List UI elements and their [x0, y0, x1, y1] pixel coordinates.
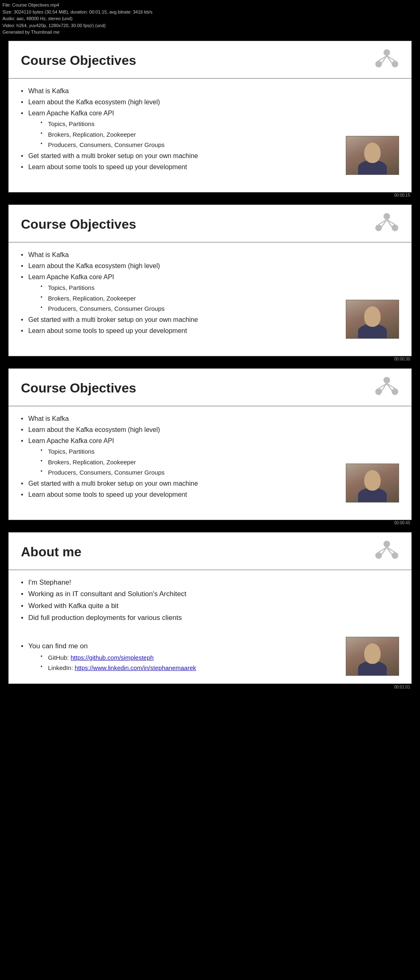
- bullet-ecosystem-3: Learn about the Kafka ecosystem (high le…: [21, 424, 399, 435]
- slide-container-1: Course Objectives What is Kafka Learn ab…: [0, 37, 420, 201]
- slide-4-header: About me: [9, 532, 411, 570]
- kafka-logo-svg-1: [374, 48, 399, 73]
- sub-topics-1: Topics, Partitions: [41, 119, 399, 129]
- speaker-thumbnail-1: [346, 136, 399, 175]
- slide-3-body: What is Kafka Learn about the Kafka ecos…: [9, 406, 411, 507]
- bullet-what-is-kafka-3: What is Kafka: [21, 413, 399, 424]
- timestamp-3: 00:00:45: [8, 520, 412, 526]
- slide-container-3: Course Objectives What is Kafka Learn ab…: [0, 365, 420, 529]
- sub-producers-1: Producers, Consumers, Consumer Groups: [41, 140, 399, 150]
- bullet-what-is-kafka-1: What is Kafka: [21, 85, 399, 96]
- slide-4: About me I'm Stephane! Working as in IT …: [8, 532, 412, 684]
- sub-topics-2: Topics, Partitions: [41, 282, 399, 293]
- slide-2: Course Objectives What is Kafka Learn ab…: [8, 204, 412, 356]
- slide-1-title: Course Objectives: [21, 53, 136, 68]
- slide-2-title: Course Objectives: [21, 217, 136, 232]
- slide-3-title: Course Objectives: [21, 381, 136, 396]
- speaker-thumbnail-2: [346, 300, 399, 339]
- bullet-working-as: Working as in IT consultant and Solution…: [21, 588, 399, 600]
- timestamp-1: 00:00:15: [8, 193, 412, 198]
- bullet-worked-kafka: Worked with Kafka quite a bit: [21, 600, 399, 612]
- kafka-logo-1: [374, 48, 399, 73]
- sub-list-1: Topics, Partitions Brokers, Replication,…: [28, 119, 399, 150]
- svg-point-7: [383, 213, 390, 220]
- bullet-multibroker-2: Get started with a multi broker setup on…: [21, 314, 399, 325]
- sub-brokers-2: Brokers, Replication, Zookeeper: [41, 293, 399, 304]
- svg-point-14: [383, 377, 390, 383]
- sub-links-list: GitHub: https://github.com/simplesteph L…: [28, 652, 399, 673]
- bullet-multibroker-3: Get started with a multi broker setup on…: [21, 478, 399, 489]
- slide-4-body: I'm Stephane! Working as in IT consultan…: [9, 570, 411, 680]
- file-info-line2: Size: 3024110 bytes (30.54 MiB), duratio…: [2, 9, 418, 16]
- bullet-what-is-kafka-2: What is Kafka: [21, 249, 399, 260]
- kafka-logo-svg-3: [374, 376, 399, 401]
- sub-topics-3: Topics, Partitions: [41, 446, 399, 457]
- file-info-line4: Video: h264, yuv420p, 1280x720, 30.00 fp…: [2, 22, 418, 29]
- speaker-face-4: [346, 637, 399, 675]
- timestamp-4: 00:01:01: [8, 684, 412, 690]
- bullet-multibroker-1: Get started with a multi broker setup on…: [21, 150, 399, 161]
- kafka-logo-4: [374, 540, 399, 565]
- slide-1-header: Course Objectives: [9, 41, 411, 79]
- slide-3-header: Course Objectives: [9, 369, 411, 406]
- slide-container-4: About me I'm Stephane! Working as in IT …: [0, 529, 420, 693]
- sub-brokers-1: Brokers, Replication, Zookeeper: [41, 129, 399, 140]
- sub-producers-3: Producers, Consumers, Consumer Groups: [41, 467, 399, 478]
- file-info-block: File: Course Objectives.mp4 Size: 302411…: [0, 0, 420, 37]
- bullet-core-api-3: Learn Apache Kafka core API Topics, Part…: [21, 435, 399, 478]
- sub-list-2: Topics, Partitions Brokers, Replication,…: [28, 282, 399, 314]
- file-info-line1: File: Course Objectives.mp4: [2, 2, 418, 9]
- github-link[interactable]: https://github.com/simplesteph: [71, 654, 154, 661]
- slide-3-bullet-list: What is Kafka Learn about the Kafka ecos…: [21, 413, 399, 500]
- timestamp-2: 00:00:30: [8, 356, 412, 362]
- bullet-tools-1: Learn about some tools to speed up your …: [21, 161, 399, 172]
- bullet-tools-3: Learn about some tools to speed up your …: [21, 489, 399, 500]
- speaker-face-1: [346, 136, 399, 174]
- slide-2-bullet-list: What is Kafka Learn about the Kafka ecos…: [21, 249, 399, 336]
- speaker-face-3: [346, 464, 399, 502]
- file-info-line3: Audio: aac, 48000 Hz, stereo (und): [2, 15, 418, 22]
- bullet-ecosystem-2: Learn about the Kafka ecosystem (high le…: [21, 260, 399, 271]
- svg-point-21: [383, 541, 390, 547]
- slide-4-bullet-list: I'm Stephane! Working as in IT consultan…: [21, 577, 399, 624]
- slide-4-title: About me: [21, 544, 82, 560]
- slide-3: Course Objectives What is Kafka Learn ab…: [8, 368, 412, 520]
- bullet-production-deployments: Did full production deployments for vari…: [21, 612, 399, 624]
- speaker-thumbnail-3: [346, 464, 399, 503]
- kafka-logo-3: [374, 376, 399, 401]
- sub-brokers-3: Brokers, Replication, Zookeeper: [41, 457, 399, 468]
- bullet-im-stephane: I'm Stephane!: [21, 577, 399, 589]
- bullet-tools-2: Learn about some tools to speed up your …: [21, 325, 399, 336]
- slide-4-contact-list: You can find me on GitHub: https://githu…: [21, 640, 399, 673]
- slide-container-2: Course Objectives What is Kafka Learn ab…: [0, 201, 420, 365]
- bullet-ecosystem-1: Learn about the Kafka ecosystem (high le…: [21, 96, 399, 108]
- bullet-core-api-2: Learn Apache Kafka core API Topics, Part…: [21, 271, 399, 314]
- kafka-logo-svg-2: [374, 212, 399, 237]
- file-info-line5: Generated by Thumbnail me: [2, 29, 418, 36]
- sub-github: GitHub: https://github.com/simplesteph: [41, 652, 399, 663]
- slide-1-bullet-list: What is Kafka Learn about the Kafka ecos…: [21, 85, 399, 172]
- kafka-logo-svg-4: [374, 540, 399, 565]
- speaker-face-2: [346, 300, 399, 338]
- speaker-thumbnail-4: [346, 637, 399, 676]
- linkedin-link[interactable]: https://www.linkedin.com/in/stephanemaar…: [75, 664, 196, 671]
- kafka-logo-2: [374, 212, 399, 237]
- bullet-find-me: You can find me on GitHub: https://githu…: [21, 640, 399, 673]
- sub-linkedin: LinkedIn: https://www.linkedin.com/in/st…: [41, 663, 399, 673]
- sub-producers-2: Producers, Consumers, Consumer Groups: [41, 303, 399, 314]
- svg-point-0: [383, 49, 390, 56]
- slide-1-body: What is Kafka Learn about the Kafka ecos…: [9, 79, 411, 179]
- slide-1: Course Objectives What is Kafka Learn ab…: [8, 41, 412, 193]
- sub-list-3: Topics, Partitions Brokers, Replication,…: [28, 446, 399, 478]
- bullet-core-api-1: Learn Apache Kafka core API Topics, Part…: [21, 108, 399, 150]
- slide-2-body: What is Kafka Learn about the Kafka ecos…: [9, 243, 411, 343]
- slide-2-header: Course Objectives: [9, 205, 411, 243]
